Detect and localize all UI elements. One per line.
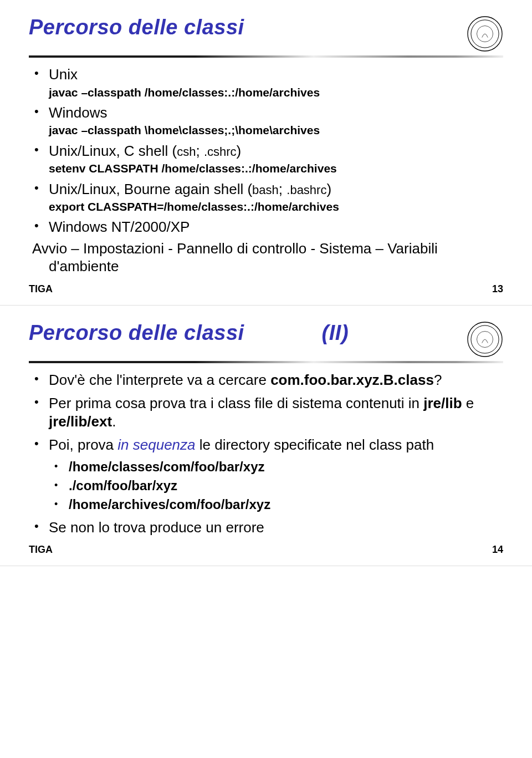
bullet-error: Se non lo trova produce un errore bbox=[29, 518, 503, 537]
bullet-text: Per prima cosa prova tra i class file di… bbox=[49, 395, 474, 430]
bullet-label: Unix/Linux, C shell (csh; .cshrc) bbox=[49, 143, 241, 159]
bullet-label: Windows bbox=[49, 104, 107, 121]
university-seal-icon bbox=[467, 321, 503, 358]
university-seal-icon bbox=[467, 16, 503, 52]
code-line: javac –classpath /home/classes:.:/home/a… bbox=[49, 85, 503, 100]
slide-title: Percorso delle classi bbox=[29, 16, 244, 39]
bullet-unix: Unix javac –classpath /home/classes:.:/h… bbox=[29, 65, 503, 100]
code-line: javac –classpath \home\classes;.;\home\a… bbox=[49, 123, 503, 138]
bullet-text: Se non lo trova produce un errore bbox=[49, 519, 264, 536]
bullet-text: Poi, prova in sequenza le directory spec… bbox=[49, 436, 434, 453]
title-divider bbox=[29, 361, 503, 363]
continuation-line: Avvio – Impostazioni - Pannello di contr… bbox=[29, 240, 503, 258]
bullet-label: Windows NT/2000/XP bbox=[49, 218, 190, 235]
bullet-bash: Unix/Linux, Bourne again shell (bash; .b… bbox=[29, 180, 503, 215]
bullet-windows: Windows javac –classpath \home\classes;.… bbox=[29, 104, 503, 139]
sub-bullet-path1: /home/classes/com/foo/bar/xyz bbox=[29, 459, 503, 475]
bullet-winxp: Windows NT/2000/XP bbox=[29, 218, 503, 236]
footer-left: TIGA bbox=[29, 283, 53, 295]
bullet-label: Unix bbox=[49, 66, 78, 83]
sub-bullet-path3: /home/archives/com/foo/bar/xyz bbox=[29, 496, 503, 513]
bullet-question: Dov'è che l'interprete va a cercare com.… bbox=[29, 371, 503, 389]
title-divider bbox=[29, 55, 503, 58]
bullet-csh: Unix/Linux, C shell (csh; .cshrc) setenv… bbox=[29, 142, 503, 177]
sub-bullet-path2: ./com/foo/bar/xyz bbox=[29, 477, 503, 494]
bullet-sequence: Poi, prova in sequenza le directory spec… bbox=[29, 436, 503, 454]
code-line: /home/archives/com/foo/bar/xyz bbox=[69, 497, 270, 512]
code-line: /home/classes/com/foo/bar/xyz bbox=[69, 459, 264, 474]
slide-13: Percorso delle classi Unix javac –classp… bbox=[0, 0, 532, 306]
footer-left: TIGA bbox=[29, 544, 53, 556]
slide-14: Percorso delle classi(II) Dov'è che l'in… bbox=[0, 306, 532, 567]
bullet-jrelib: Per prima cosa prova tra i class file di… bbox=[29, 394, 503, 430]
page-number: 13 bbox=[492, 283, 503, 295]
code-line: ./com/foo/bar/xyz bbox=[69, 478, 177, 493]
bullet-text: Dov'è che l'interprete va a cercare com.… bbox=[49, 372, 442, 388]
code-line: setenv CLASSPATH /home/classes:.:/home/a… bbox=[49, 161, 503, 176]
bullet-label: Unix/Linux, Bourne again shell (bash; .b… bbox=[49, 181, 331, 197]
continuation-line: d'ambiente bbox=[29, 257, 503, 276]
slide-title-suffix: (II) bbox=[322, 321, 349, 344]
page-number: 14 bbox=[492, 544, 503, 556]
code-line: export CLASSPATH=/home/classes:.:/home/a… bbox=[49, 199, 503, 215]
slide-title: Percorso delle classi(II) bbox=[29, 321, 349, 345]
